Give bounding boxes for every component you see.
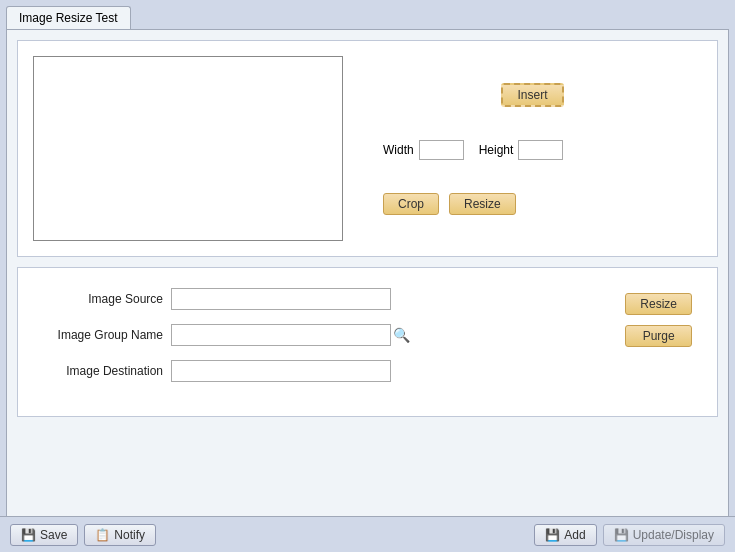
image-destination-row: Image Destination <box>33 360 595 382</box>
image-group-name-input[interactable] <box>171 324 391 346</box>
search-icon: 🔍 <box>393 327 410 343</box>
height-label: Height <box>479 143 514 157</box>
width-label: Width <box>383 143 414 157</box>
update-display-icon: 💾 <box>614 528 629 542</box>
image-resize-test-tab[interactable]: Image Resize Test <box>6 6 131 29</box>
top-panel: Insert Width Height Crop Resize <box>17 40 718 257</box>
tab-label: Image Resize Test <box>19 11 118 25</box>
width-input[interactable] <box>419 140 464 160</box>
height-group: Height <box>479 140 564 160</box>
add-icon: 💾 <box>545 528 560 542</box>
image-group-name-label: Image Group Name <box>33 328 163 342</box>
image-source-row: Image Source <box>33 288 595 310</box>
update-display-label: Update/Display <box>633 528 714 542</box>
save-label: Save <box>40 528 67 542</box>
main-content: Insert Width Height Crop Resize <box>6 29 729 549</box>
resize-top-button[interactable]: Resize <box>449 193 516 215</box>
dimensions-row: Width Height <box>383 140 682 160</box>
height-input[interactable] <box>518 140 563 160</box>
notify-label: Notify <box>114 528 145 542</box>
image-destination-input[interactable] <box>171 360 391 382</box>
insert-row: Insert <box>383 83 682 107</box>
save-icon: 💾 <box>21 528 36 542</box>
image-preview-box <box>33 56 343 241</box>
add-label: Add <box>564 528 585 542</box>
controls-area: Insert Width Height Crop Resize <box>363 56 702 241</box>
form-section: Image Source Image Group Name 🔍 Image De… <box>33 288 595 396</box>
side-buttons: Resize Purge <box>595 288 702 396</box>
crop-button[interactable]: Crop <box>383 193 439 215</box>
notify-icon: 📋 <box>95 528 110 542</box>
purge-button[interactable]: Purge <box>625 325 692 347</box>
image-source-input[interactable] <box>171 288 391 310</box>
bottom-panel: Image Source Image Group Name 🔍 Image De… <box>17 267 718 417</box>
insert-button[interactable]: Insert <box>501 83 563 107</box>
image-source-label: Image Source <box>33 292 163 306</box>
footer-bar: 💾 Save 📋 Notify 💾 Add 💾 Update/Display <box>0 516 735 552</box>
update-display-button[interactable]: 💾 Update/Display <box>603 524 725 546</box>
search-icon-button[interactable]: 🔍 <box>391 325 412 345</box>
resize-bottom-button[interactable]: Resize <box>625 293 692 315</box>
save-button[interactable]: 💾 Save <box>10 524 78 546</box>
add-button[interactable]: 💾 Add <box>534 524 596 546</box>
bottom-panel-inner: Image Source Image Group Name 🔍 Image De… <box>33 288 702 396</box>
notify-button[interactable]: 📋 Notify <box>84 524 156 546</box>
image-destination-label: Image Destination <box>33 364 163 378</box>
width-group: Width <box>383 140 464 160</box>
footer-right: 💾 Add 💾 Update/Display <box>534 524 725 546</box>
image-group-name-row: Image Group Name 🔍 <box>33 324 595 346</box>
action-buttons-row: Crop Resize <box>383 193 682 215</box>
footer-left: 💾 Save 📋 Notify <box>10 524 156 546</box>
